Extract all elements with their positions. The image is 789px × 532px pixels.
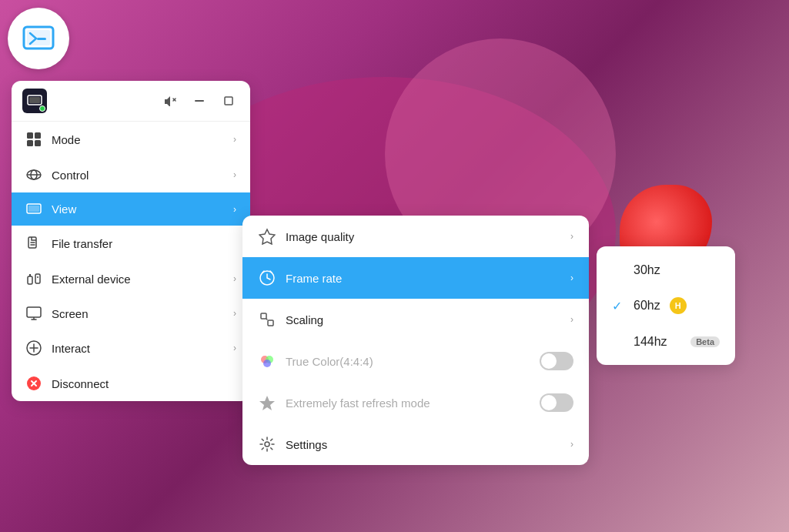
interact-icon [25, 340, 42, 356]
menu-item-screen[interactable]: Screen › [12, 296, 250, 330]
mute-button[interactable] [159, 90, 181, 112]
framerate-60hz-h-badge: H [670, 297, 687, 314]
maximize-button[interactable] [218, 90, 239, 112]
svg-rect-36 [261, 313, 266, 319]
sub-item-settings[interactable]: Settings › [242, 423, 589, 465]
framerate-option-60hz[interactable]: ✓ 60hz H [597, 287, 735, 324]
disconnect-label: Disconnect [52, 377, 109, 390]
fast-refresh-label: Extremely fast refresh mode [286, 396, 430, 410]
sub-item-image-quality[interactable]: Image quality › [242, 216, 589, 257]
true-color-label: True Color(4:4:4) [286, 355, 373, 368]
mode-chevron: › [233, 134, 236, 145]
interact-chevron: › [233, 343, 236, 353]
menu-item-file-transfer[interactable]: File transfer [12, 226, 250, 261]
menu-item-mode[interactable]: Mode › [12, 122, 250, 157]
framerate-144hz-label: 144hz [634, 335, 667, 349]
control-chevron: › [233, 169, 236, 180]
frame-rate-chevron: › [570, 273, 573, 283]
true-color-icon [258, 352, 276, 370]
disconnect-icon [25, 376, 42, 391]
image-quality-icon [258, 227, 276, 246]
interact-label: Interact [52, 342, 90, 355]
sub-item-fast-refresh[interactable]: Extremely fast refresh mode [242, 382, 589, 423]
file-transfer-label: File transfer [52, 237, 112, 250]
view-label: View [52, 202, 76, 216]
view-chevron: › [233, 204, 236, 215]
svg-rect-8 [225, 97, 232, 105]
svg-marker-42 [259, 396, 275, 410]
external-device-chevron: › [233, 273, 236, 284]
view-icon [25, 203, 42, 216]
svg-rect-10 [35, 132, 41, 139]
sub-item-true-color[interactable]: True Color(4:4:4) [242, 340, 589, 382]
svg-point-43 [265, 442, 269, 447]
svg-point-41 [263, 360, 271, 367]
true-color-toggle[interactable] [540, 352, 573, 370]
menu-header-left [22, 89, 47, 113]
minimize-button[interactable] [189, 90, 210, 112]
framerate-30hz-label: 30hz [634, 263, 660, 277]
connection-status-icon [22, 89, 47, 113]
menu-item-interact[interactable]: Interact › [12, 330, 250, 366]
svg-rect-21 [28, 276, 32, 284]
external-device-icon [25, 271, 42, 286]
framerate-popup: ✓ 30hz ✓ 60hz H ✓ 144hz Beta [597, 246, 735, 365]
svg-rect-25 [27, 307, 41, 317]
menu-header [12, 81, 250, 122]
settings-icon [258, 435, 276, 453]
svg-rect-4 [29, 97, 40, 103]
sub-item-scaling[interactable]: Scaling › [242, 299, 589, 340]
fast-refresh-icon [258, 393, 276, 412]
framerate-option-30hz[interactable]: ✓ 30hz [597, 253, 735, 287]
app-icon[interactable] [8, 8, 69, 69]
svg-rect-37 [268, 320, 273, 326]
frame-rate-label: Frame rate [286, 272, 342, 285]
svg-marker-34 [259, 229, 275, 244]
screen-chevron: › [233, 308, 236, 319]
fast-refresh-toggle[interactable] [540, 393, 573, 412]
scaling-icon [258, 310, 276, 329]
main-menu: Mode › Control › View › [12, 81, 250, 401]
sub-item-frame-rate[interactable]: Frame rate › [242, 257, 589, 299]
image-quality-label: Image quality [286, 230, 354, 243]
app-logo-icon [19, 19, 58, 58]
scaling-chevron: › [570, 314, 573, 325]
control-icon [25, 167, 42, 182]
settings-chevron: › [570, 439, 573, 450]
frame-rate-icon [258, 269, 276, 287]
svg-rect-23 [35, 274, 40, 283]
sub-menu-view: Image quality › Frame rate › Scaling › [242, 216, 589, 465]
menu-item-view[interactable]: View › [12, 192, 250, 226]
svg-rect-22 [29, 274, 31, 276]
mode-label: Mode [52, 133, 81, 146]
menu-item-control[interactable]: Control › [12, 157, 250, 192]
screen-label: Screen [52, 307, 89, 320]
mode-icon [25, 132, 42, 147]
green-status-dot [39, 105, 45, 112]
screen-icon [25, 306, 42, 320]
framerate-60hz-check: ✓ [612, 299, 627, 313]
scaling-label: Scaling [286, 313, 323, 326]
external-device-label: External device [52, 273, 131, 286]
control-label: Control [52, 169, 89, 182]
settings-label: Settings [286, 438, 327, 451]
menu-item-external-device[interactable]: External device › [12, 261, 250, 296]
svg-rect-12 [35, 140, 41, 146]
svg-rect-9 [27, 132, 33, 139]
menu-item-disconnect[interactable]: Disconnect [12, 366, 250, 401]
framerate-60hz-label: 60hz [634, 299, 660, 313]
svg-rect-11 [27, 140, 33, 146]
svg-rect-2 [37, 38, 46, 40]
framerate-144hz-beta-badge: Beta [690, 336, 720, 347]
file-transfer-icon [25, 236, 42, 251]
framerate-option-144hz[interactable]: ✓ 144hz Beta [597, 324, 735, 359]
svg-rect-17 [28, 206, 39, 212]
svg-point-24 [37, 276, 38, 278]
image-quality-chevron: › [570, 231, 573, 242]
menu-header-controls [159, 90, 239, 112]
